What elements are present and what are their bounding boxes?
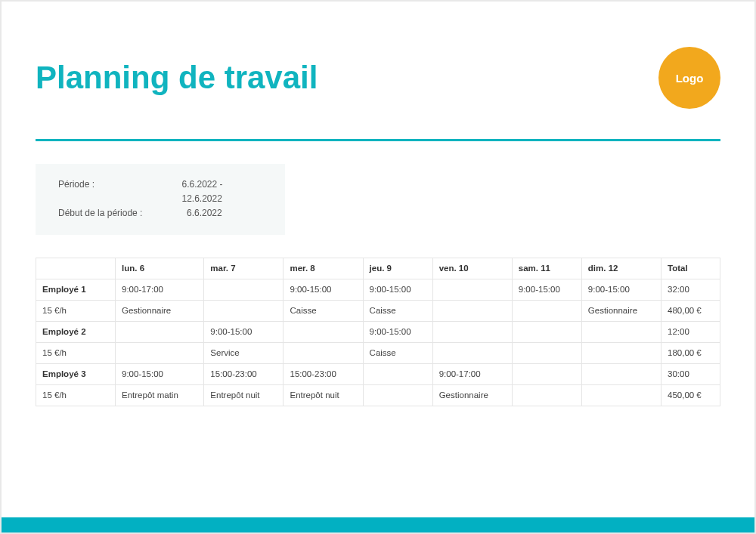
task-cell: Gestionnaire — [581, 300, 661, 321]
start-value: 6.6.2022 — [187, 206, 222, 221]
time-cell — [512, 363, 581, 384]
th-fri: ven. 10 — [432, 258, 512, 279]
task-cell: Caisse — [363, 342, 432, 363]
info-row-start: Début de la période : 6.6.2022 — [58, 206, 262, 221]
time-cell: 9:00-15:00 — [204, 321, 284, 342]
task-cell — [512, 384, 581, 406]
time-cell: 32:00 — [662, 279, 720, 300]
time-cell: 12:00 — [662, 321, 720, 342]
th-thu: jeu. 9 — [363, 258, 432, 279]
task-cell — [116, 342, 204, 363]
th-tue: mar. 7 — [204, 258, 284, 279]
task-cell: 450,00 € — [662, 384, 720, 406]
header: Planning de travail Logo — [36, 47, 720, 109]
divider — [36, 139, 720, 141]
task-cell: Gestionnaire — [432, 384, 512, 406]
time-cell: 15:00-23:00 — [284, 363, 363, 384]
table-row: Employé 29:00-15:009:00-15:0012:00 — [36, 321, 720, 342]
time-cell: 15:00-23:00 — [204, 363, 284, 384]
task-cell: Caisse — [363, 300, 432, 321]
table-body: Employé 19:00-17:009:00-15:009:00-15:009… — [36, 279, 720, 406]
task-cell: Caisse — [284, 300, 363, 321]
th-empty — [36, 258, 116, 279]
task-cell: 180,00 € — [662, 342, 720, 363]
schedule-table: lun. 6 mar. 7 mer. 8 jeu. 9 ven. 10 sam.… — [36, 258, 720, 406]
table-row: 15 €/hGestionnaireCaisseCaisseGestionnai… — [36, 300, 720, 321]
task-cell: Entrepôt nuit — [204, 384, 284, 406]
table-header-row: lun. 6 mar. 7 mer. 8 jeu. 9 ven. 10 sam.… — [36, 258, 720, 279]
time-cell: 9:00-15:00 — [512, 279, 581, 300]
task-cell: Entrepôt matin — [116, 384, 204, 406]
employee-name: Employé 3 — [36, 363, 116, 384]
time-cell: 9:00-15:00 — [116, 363, 204, 384]
employee-name: Employé 1 — [36, 279, 116, 300]
table-row: 15 €/hServiceCaisse180,00 € — [36, 342, 720, 363]
time-cell — [512, 321, 581, 342]
task-cell — [363, 384, 432, 406]
task-cell — [284, 342, 363, 363]
logo-placeholder: Logo — [658, 47, 720, 109]
time-cell — [204, 279, 284, 300]
period-label: Période : — [58, 177, 181, 206]
time-cell: 9:00-15:00 — [363, 279, 432, 300]
page-title: Planning de travail — [36, 60, 318, 96]
start-label: Début de la période : — [58, 206, 187, 221]
task-cell — [432, 300, 512, 321]
time-cell: 9:00-15:00 — [284, 279, 363, 300]
employee-name: Employé 2 — [36, 321, 116, 342]
period-value: 6.6.2022 - 12.6.2022 — [181, 177, 262, 206]
footer-bar — [2, 517, 754, 532]
page: Planning de travail Logo Période : 6.6.2… — [2, 2, 754, 532]
time-cell — [116, 321, 204, 342]
time-cell: 9:00-17:00 — [116, 279, 204, 300]
table-row: Employé 39:00-15:0015:00-23:0015:00-23:0… — [36, 363, 720, 384]
table-row: 15 €/hEntrepôt matinEntrepôt nuitEntrepô… — [36, 384, 720, 406]
task-cell — [581, 384, 661, 406]
task-cell — [204, 300, 284, 321]
time-cell — [581, 363, 661, 384]
time-cell — [284, 321, 363, 342]
time-cell — [432, 279, 512, 300]
task-cell — [432, 342, 512, 363]
info-row-period: Période : 6.6.2022 - 12.6.2022 — [58, 177, 262, 206]
th-sat: sam. 11 — [512, 258, 581, 279]
time-cell: 9:00-15:00 — [581, 279, 661, 300]
task-cell: Entrepôt nuit — [284, 384, 363, 406]
task-cell — [512, 300, 581, 321]
time-cell — [432, 321, 512, 342]
employee-rate: 15 €/h — [36, 300, 116, 321]
th-total: Total — [662, 258, 720, 279]
table-row: Employé 19:00-17:009:00-15:009:00-15:009… — [36, 279, 720, 300]
th-mon: lun. 6 — [116, 258, 204, 279]
schedule-table-wrap: lun. 6 mar. 7 mer. 8 jeu. 9 ven. 10 sam.… — [36, 258, 720, 406]
info-box: Période : 6.6.2022 - 12.6.2022 Début de … — [36, 164, 285, 235]
time-cell: 30:00 — [662, 363, 720, 384]
time-cell — [363, 363, 432, 384]
task-cell — [581, 342, 661, 363]
employee-rate: 15 €/h — [36, 342, 116, 363]
task-cell: Gestionnaire — [116, 300, 204, 321]
task-cell: 480,00 € — [662, 300, 720, 321]
time-cell — [581, 321, 661, 342]
th-sun: dim. 12 — [581, 258, 661, 279]
time-cell: 9:00-17:00 — [432, 363, 512, 384]
task-cell — [512, 342, 581, 363]
task-cell: Service — [204, 342, 284, 363]
time-cell: 9:00-15:00 — [363, 321, 432, 342]
content: Planning de travail Logo Période : 6.6.2… — [2, 2, 754, 406]
employee-rate: 15 €/h — [36, 384, 116, 406]
th-wed: mer. 8 — [284, 258, 363, 279]
